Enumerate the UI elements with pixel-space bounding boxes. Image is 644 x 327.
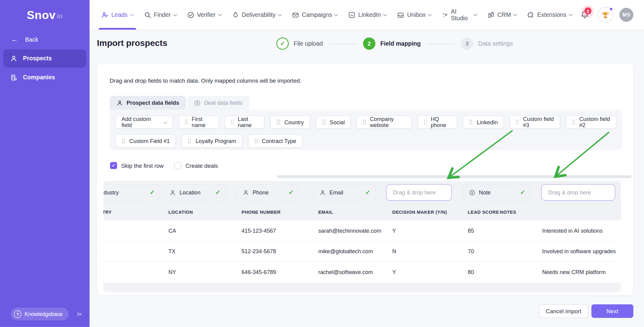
field-chip-social[interactable]: Social [316,115,351,129]
chevron-down-icon [383,12,387,16]
cell-location: CA [168,227,176,234]
checkbox-label: Skip the first row [121,162,164,169]
cell-notes: Interested in AI solutions [542,227,603,234]
inbox-icon [397,11,404,18]
table-row: CA 415-123-4567 sarah@techinnovate.com Y… [103,220,621,241]
next-button[interactable]: Next [591,304,633,318]
add-custom-field-dropdown[interactable]: Add custom field [115,115,172,129]
chevron-down-icon [569,12,573,16]
mapped-check-icon: ✓ [150,189,155,196]
field-chip-company-website[interactable]: Company website [357,115,412,129]
nav-campaigns[interactable]: Campaigns [287,0,343,30]
back-arrow-icon: ← [11,36,18,43]
cell-decision-maker: N [392,248,396,254]
drop-target-notes[interactable]: Drag & drop here [541,184,615,201]
notification-badge: 2 [584,7,591,14]
nav-ai-studio[interactable]: AI Studio [437,0,482,30]
import-prospects-page: Import prospects ✓ File upload 2 Field m… [90,30,644,327]
cell-lead-score: 80 [468,269,474,275]
checkbox-unchecked-icon [174,162,181,169]
knowledgebase-button[interactable]: ? Knowledgebase [11,308,68,321]
chip-label: Custom Field #1 [129,138,170,144]
field-chip-linkedin[interactable]: LinkedIn [463,115,504,129]
field-chip-custom-field-2[interactable]: Custom field #2 [566,115,616,129]
tab-label: Deal data fields [204,100,242,106]
sparkles-icon [442,11,448,18]
leads-icon [102,11,109,18]
drop-target-decision-maker[interactable]: Drag & drop here [386,184,452,201]
skip-first-row-checkbox[interactable]: ✓ Skip the first row [110,162,164,169]
tab-label: Prospect data fields [127,100,179,106]
create-deals-checkbox[interactable]: Create deals [174,162,218,169]
nav-deliverability[interactable]: Deliverability [227,0,287,30]
nav-label: LinkedIn [358,12,381,18]
nav-verifier[interactable]: Verifier [182,0,227,30]
mapped-cell-note[interactable]: $ Note ✓ [463,184,531,201]
field-chip-last-name[interactable]: Last name [224,115,265,129]
step-file-upload-check: ✓ [276,37,289,50]
person-icon [320,190,326,196]
field-chip-custom-field-1[interactable]: Custom Field #1 [115,134,176,148]
collapse-sidebar-icon[interactable] [76,311,83,317]
back-button[interactable]: ← Back [0,30,90,48]
footer-actions: Cancel import Next [539,304,633,318]
nav-crm[interactable]: CRM [482,0,522,30]
column-header-lead-score: LEAD SCORE [468,210,499,215]
back-label: Back [25,36,38,43]
tab-prospect-data-fields[interactable]: Prospect data fields [110,96,186,110]
notifications-button[interactable]: 2 [577,8,591,22]
drop-placeholder: Drag & drop here [393,190,435,196]
cell-phone: 646-345-6789 [242,269,276,275]
field-chip-loyalty-program[interactable]: Loyalty Program [182,134,242,148]
cancel-import-button[interactable]: Cancel import [539,304,588,318]
question-icon: ? [14,310,21,318]
nav-extensions[interactable]: Extensions [522,0,577,30]
drop-placeholder: Drag & drop here [548,190,591,196]
column-header-industry: INDUSTRY [103,210,112,215]
cell-location: NY [168,269,176,275]
cell-email: sarah@techinnovate.com [318,227,381,234]
table-row: NY 646-345-6789 rachel@softwave.com Y 80… [103,262,621,283]
field-chip-custom-field-3[interactable]: Custom field #3 [510,115,560,129]
mapped-cell-phone[interactable]: Phone ✓ [237,184,299,201]
tab-deal-data-fields[interactable]: $ Deal data fields [187,96,250,110]
cell-lead-score: 70 [468,248,474,254]
cell-email: rachel@softwave.com [318,269,373,275]
verify-check-icon [187,11,194,18]
chevron-down-icon [164,120,167,124]
rewards-button[interactable] [598,7,613,23]
chip-label: Company website [370,116,406,128]
rewards-status-dot [609,7,613,11]
sidebar-item-label: Prospects [23,55,52,62]
drag-handle-icon [231,119,234,125]
snov-logo[interactable]: Snov io [0,0,90,30]
column-header-notes: NOTES [500,210,516,215]
stepper-divider [427,43,454,44]
drag-handle-icon [188,138,191,144]
field-type-tabs: Prospect data fields $ Deal data fields [110,96,250,110]
chips-row-2: Custom Field #1 Loyalty Program Contract… [115,134,616,148]
sidebar-item-prospects[interactable]: Prospects [3,49,86,67]
preview-table-body: CA 415-123-4567 sarah@techinnovate.com Y… [103,220,621,283]
nav-leads[interactable]: Leads [96,0,139,30]
field-chip-country[interactable]: Country [270,115,310,129]
cell-decision-maker: Y [392,269,396,275]
checkbox-checked-icon: ✓ [110,162,117,169]
field-chip-hq-phone[interactable]: HQ phone [417,115,457,129]
nav-unibox[interactable]: Unibox [392,0,437,30]
nav-finder[interactable]: Finder [139,0,182,30]
table-row: TX 512-234-5678 mike@globaltech.com N 70… [103,241,621,262]
mapped-check-icon: ✓ [288,189,294,196]
horizontal-scrollbar-thumb[interactable] [277,175,632,178]
field-chip-contract-type[interactable]: Contract Type [248,134,302,148]
mapped-cell-industry[interactable]: Industry ✓ [103,184,160,201]
drag-handle-icon [363,119,366,125]
dollar-circle-icon: $ [194,100,201,106]
sidebar-item-companies[interactable]: Companies [3,68,86,86]
nav-linkedin[interactable]: in LinkedIn [343,0,392,30]
field-chip-first-name[interactable]: First name [179,115,219,129]
mapped-cell-email[interactable]: Email ✓ [313,184,376,201]
user-avatar[interactable]: MS [619,8,633,22]
mapped-cell-location[interactable]: Location ✓ [164,184,226,201]
mapping-row: Industry ✓ Location ✓ Phone ✓ [103,181,621,205]
